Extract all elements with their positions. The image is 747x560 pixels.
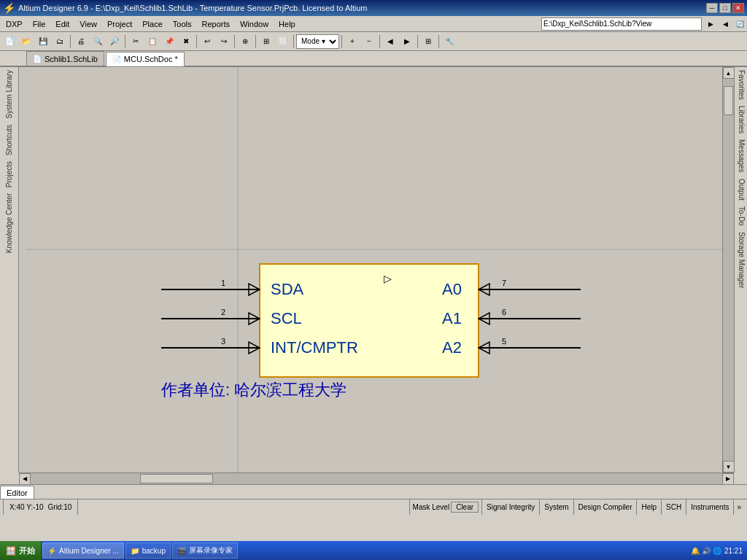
scroll-thumb-h[interactable] xyxy=(140,474,213,483)
menu-help[interactable]: Help xyxy=(274,18,300,30)
path-input[interactable] xyxy=(541,18,702,31)
right-label-favorites[interactable]: Favorites xyxy=(735,67,747,103)
print-button[interactable]: 🖨 xyxy=(73,34,89,50)
scroll-left-button[interactable]: ◀ xyxy=(19,473,31,485)
scroll-thumb-v[interactable] xyxy=(724,86,733,115)
system-btn[interactable]: System xyxy=(539,499,573,515)
more-btn[interactable]: » xyxy=(733,499,744,515)
taskbar: 🪟 开始 ⚡ Altium Designer ... 📁 backup 🎬 屏幕… xyxy=(0,541,747,560)
svg-text:5: 5 xyxy=(502,337,506,346)
redo-button[interactable]: ↪ xyxy=(216,34,232,50)
sep2 xyxy=(125,35,125,48)
svg-text:6: 6 xyxy=(502,308,506,316)
select-all-button[interactable]: ⬜ xyxy=(275,34,291,50)
cross-probe-button[interactable]: ⊕ xyxy=(237,34,253,50)
left-label-projects[interactable]: Projects xyxy=(4,158,15,190)
sep4 xyxy=(234,35,235,48)
menu-dxp[interactable]: DXP xyxy=(1,18,27,30)
menu-project[interactable]: Project xyxy=(103,18,136,30)
maximize-button[interactable]: □ xyxy=(719,3,731,13)
main-container: System Library Shortcuts Projects Knowle… xyxy=(0,67,747,472)
signal-integrity-label: Signal Integrity xyxy=(487,503,535,511)
undo-button[interactable]: ↩ xyxy=(199,34,215,50)
taskbar-recorder[interactable]: 🎬 屏幕录像专家 xyxy=(172,542,238,559)
tab-schlib[interactable]: 📄 Schlib1.SchLib xyxy=(26,51,104,66)
sep9 xyxy=(417,35,418,48)
signal-integrity-btn[interactable]: Signal Integrity xyxy=(481,499,539,515)
sch-label: SCH xyxy=(666,503,681,511)
instruments-btn[interactable]: Instruments xyxy=(686,499,733,515)
copy-button[interactable]: 📋 xyxy=(144,34,160,50)
minimize-button[interactable]: ─ xyxy=(706,3,718,13)
sep3 xyxy=(196,35,197,48)
left-label-shortcuts[interactable]: Shortcuts xyxy=(4,122,15,158)
close-button[interactable]: ✕ xyxy=(732,3,744,13)
scroll-up-button[interactable]: ▲ xyxy=(723,67,735,79)
sch-btn[interactable]: SCH xyxy=(661,499,686,515)
path-go-button[interactable]: ▶ xyxy=(705,18,716,31)
new-button[interactable]: 📄 xyxy=(1,34,18,50)
menu-edit[interactable]: Edit xyxy=(51,18,74,30)
titlebar-controls[interactable]: ─ □ ✕ xyxy=(706,3,744,13)
right-label-libraries[interactable]: Libraries xyxy=(735,103,747,136)
menu-window[interactable]: Window xyxy=(236,18,273,30)
svg-text:3: 3 xyxy=(221,337,225,346)
scrollbar-v[interactable]: ▲ ▼ xyxy=(722,67,734,472)
menu-place[interactable]: Place xyxy=(138,18,167,30)
menu-reports[interactable]: Reports xyxy=(197,18,234,30)
scroll-down-button[interactable]: ▼ xyxy=(723,461,735,472)
paste-button[interactable]: 📌 xyxy=(161,34,177,50)
scroll-track-v xyxy=(723,79,734,461)
component-button[interactable]: 🔧 xyxy=(441,34,457,50)
save-all-button[interactable]: 🗂 xyxy=(52,34,68,50)
right-arrow-button[interactable]: ▶ xyxy=(399,34,415,50)
grid-button[interactable]: ⊞ xyxy=(420,34,436,50)
tab-mcu[interactable]: 📄 MCU.SchDoc * xyxy=(106,52,185,66)
taskbar-altium-icon: ⚡ xyxy=(47,547,56,555)
editor-tab[interactable]: Editor xyxy=(0,486,34,499)
plus-button[interactable]: + xyxy=(344,34,360,50)
right-label-storage[interactable]: Storage Manager xyxy=(735,229,747,291)
taskbar-backup[interactable]: 📁 backup xyxy=(125,542,171,559)
open-button[interactable]: 📂 xyxy=(18,34,34,50)
grid-display: Grid:10 xyxy=(48,503,72,511)
help-btn[interactable]: Help xyxy=(636,499,661,515)
clear-button[interactable]: Clear xyxy=(451,502,479,513)
path-refresh-button[interactable]: 🔄 xyxy=(734,18,746,31)
svg-text:A0: A0 xyxy=(442,280,462,298)
svg-text:SCL: SCL xyxy=(271,309,302,327)
canvas-area[interactable]: 1 2 3 7 6 5 xyxy=(19,67,734,472)
delete-button[interactable]: ✖ xyxy=(178,34,194,50)
zoom-fit-button[interactable]: ⊞ xyxy=(258,34,274,50)
systray-time: 21:21 xyxy=(724,547,743,555)
statusbar: X:40 Y:-10 Grid:10 Mask Level Clear Sign… xyxy=(0,499,747,515)
zoom-out-button[interactable]: 🔎 xyxy=(107,34,123,50)
start-button[interactable]: 🪟 开始 xyxy=(0,541,42,560)
start-icon: 🪟 xyxy=(6,546,16,556)
sep8 xyxy=(379,35,380,48)
scroll-right-button[interactable]: ▶ xyxy=(722,473,734,485)
right-label-todo[interactable]: To-Do xyxy=(735,203,747,229)
left-arrow-button[interactable]: ◀ xyxy=(382,34,398,50)
left-label-library[interactable]: System Library xyxy=(4,67,15,122)
left-label-knowledge[interactable]: Knowledge Center xyxy=(4,190,15,256)
menu-file[interactable]: File xyxy=(28,18,50,30)
taskbar-recorder-label: 屏幕录像专家 xyxy=(189,545,233,556)
sep1 xyxy=(70,35,71,48)
zoom-in-button[interactable]: 🔍 xyxy=(90,34,106,50)
save-button[interactable]: 💾 xyxy=(35,34,51,50)
taskbar-altium[interactable]: ⚡ Altium Designer ... xyxy=(42,542,124,559)
menu-view[interactable]: View xyxy=(75,18,101,30)
cut-button[interactable]: ✂ xyxy=(128,34,144,50)
right-label-messages[interactable]: Messages xyxy=(735,136,747,176)
sep7 xyxy=(341,35,342,48)
svg-text:▷: ▷ xyxy=(384,273,392,284)
design-compiler-btn[interactable]: Design Compiler xyxy=(573,499,637,515)
right-label-output[interactable]: Output xyxy=(735,176,747,203)
coords-display: X:40 Y:-10 xyxy=(9,503,44,511)
menu-tools[interactable]: Tools xyxy=(169,18,196,30)
mode-select[interactable]: Mode ▾ xyxy=(296,34,339,49)
minus-button[interactable]: − xyxy=(361,34,377,50)
path-back-button[interactable]: ◀ xyxy=(719,18,731,31)
svg-text:7: 7 xyxy=(502,279,506,287)
